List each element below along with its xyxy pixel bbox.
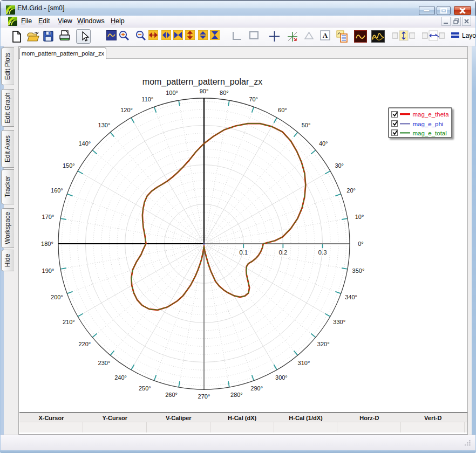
svg-text:230°: 230°: [98, 360, 111, 366]
svg-text:160°: 160°: [51, 187, 63, 194]
svg-text:50°: 50°: [302, 122, 311, 128]
svg-text:110°: 110°: [141, 96, 153, 102]
svg-text:310°: 310°: [298, 360, 310, 366]
svg-text:0°: 0°: [358, 241, 364, 247]
svg-text:30°: 30°: [335, 162, 344, 169]
svg-text:130°: 130°: [98, 122, 111, 128]
svg-text:170°: 170°: [42, 214, 55, 220]
svg-text:340°: 340°: [345, 294, 357, 300]
svg-text:0.3: 0.3: [318, 249, 327, 256]
svg-text:A: A: [323, 31, 328, 39]
svg-text:210°: 210°: [63, 319, 75, 325]
svg-text:220°: 220°: [78, 341, 91, 347]
svg-text:120°: 120°: [120, 107, 133, 113]
svg-text:90°: 90°: [200, 88, 209, 94]
svg-text:300°: 300°: [275, 374, 288, 381]
svg-text:40°: 40°: [319, 140, 328, 147]
svg-text:20°: 20°: [346, 187, 356, 194]
svg-text:10°: 10°: [355, 214, 364, 220]
svg-text:280°: 280°: [230, 392, 243, 398]
svg-text:0.2: 0.2: [278, 249, 287, 256]
svg-text:0.1: 0.1: [239, 249, 248, 256]
svg-text:200°: 200°: [51, 294, 63, 300]
svg-text:270°: 270°: [198, 393, 210, 400]
svg-text:100°: 100°: [166, 90, 178, 96]
svg-text:250°: 250°: [139, 385, 151, 392]
svg-text:150°: 150°: [63, 162, 75, 169]
svg-text:330°: 330°: [333, 319, 345, 325]
svg-text:190°: 190°: [42, 267, 55, 274]
svg-text:140°: 140°: [78, 140, 91, 147]
svg-text:60°: 60°: [278, 107, 287, 113]
svg-text:80°: 80°: [220, 90, 229, 96]
svg-text:260°: 260°: [165, 392, 178, 398]
svg-text:350°: 350°: [352, 267, 365, 274]
svg-text:180°: 180°: [41, 241, 53, 247]
svg-text:70°: 70°: [249, 96, 258, 102]
svg-text:320°: 320°: [317, 341, 330, 347]
svg-text:290°: 290°: [250, 385, 263, 392]
svg-text:mom_pattern_pattern_polar_zx: mom_pattern_pattern_polar_zx: [142, 77, 262, 87]
svg-text:240°: 240°: [114, 374, 127, 381]
